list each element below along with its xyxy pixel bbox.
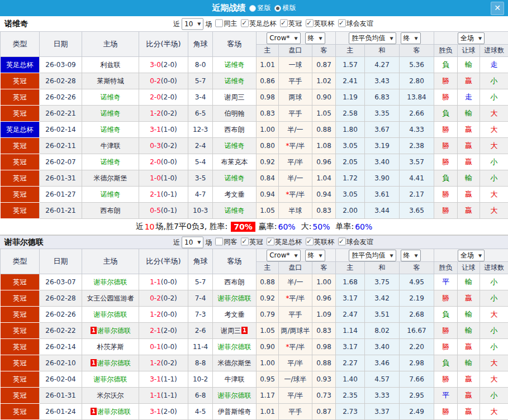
away-team-cell: 谢菲尔德联 <box>213 339 257 355</box>
eu-away-odds-cell: 7.66 <box>400 371 434 388</box>
away-team-name: 诺维奇 <box>225 207 245 214</box>
scope-select[interactable]: 全场▼ <box>458 250 485 261</box>
handicap-cell: 平/半 <box>279 355 312 371</box>
ah-result-cell: 贏 <box>458 138 480 154</box>
eu-home-odds-cell: 1.80 <box>336 122 365 138</box>
away-team-name: 谢菲尔德联 <box>218 294 251 302</box>
date-cell: 26-02-11 <box>40 138 82 154</box>
bookmaker-select[interactable]: Crow*▼ <box>267 250 300 261</box>
date-cell: 26-02-26 <box>40 89 82 106</box>
wdl-result-cell: 勝 <box>434 89 458 106</box>
eu-draw-odds-cell: 3.75 <box>365 274 400 290</box>
league-filter-checkbox[interactable]: ✓ 英冠 <box>241 237 263 246</box>
checkbox-icon: ✓ <box>241 20 249 27</box>
chevron-down-icon: ▼ <box>478 36 482 40</box>
league-filter-checkbox[interactable]: ✓ 球会友谊 <box>338 237 373 246</box>
layout-radio-vertical[interactable]: 竖版 <box>249 3 271 13</box>
scope-select[interactable]: 全场▼ <box>458 32 485 44</box>
bookmaker-select[interactable]: Crow*▼ <box>267 32 300 44</box>
match-count-select[interactable]: 10 ▼ <box>182 18 203 30</box>
league-filter-checkbox[interactable]: ✓ 英联杯 <box>306 237 334 246</box>
league-badge: 英冠 <box>1 340 40 355</box>
league-badge: 英冠 <box>1 74 40 89</box>
league-filter-checkbox[interactable]: ✓ 同主 <box>215 18 237 28</box>
eu-away-odds-cell: 2.20 <box>400 339 434 355</box>
league-badge: 英足总杯 <box>1 58 40 73</box>
corner-cell: 11-4 <box>188 339 213 355</box>
check-icon: ✓ <box>339 19 344 27</box>
match-count-select[interactable]: 10 ▼ <box>182 236 203 248</box>
match-row: 英冠 26-03-07 谢菲尔德联 1-1(0-0) 5-7 西布朗 0.88 … <box>1 274 508 290</box>
ah-home-odds-cell: 0.94 <box>257 187 279 203</box>
date-cell: 26-02-26 <box>40 307 82 323</box>
match-row: 英足总杯 26-03-09 利兹联 3-0(2-0) 8-0 诺维奇 1.01 … <box>1 57 508 73</box>
avg-odds-select[interactable]: 胜平负均值▼ <box>349 250 396 261</box>
close-icon[interactable]: ✕ <box>491 2 504 15</box>
league-filter-checkbox[interactable]: ✓ 英足总杯 <box>241 18 276 28</box>
avg-final-select[interactable]: 终▼ <box>401 250 421 261</box>
league-filter-checkbox[interactable]: ✓ 球会友谊 <box>338 18 373 28</box>
league-filter-checkbox[interactable]: ✓ 同客 <box>215 237 237 246</box>
ah-result-cell: 贏 <box>458 154 480 170</box>
ah-away-odds-cell: 0.83 <box>312 323 336 339</box>
home-team-cell: 1谢菲尔德联 <box>82 355 139 371</box>
checkbox-icon: ✓ <box>215 20 223 27</box>
eu-away-odds-cell: 5.36 <box>400 57 434 73</box>
ah-away-odds-cell: 0.90 <box>312 89 336 106</box>
ah-home-odds-cell: 0.90 <box>257 339 279 355</box>
ah-result-cell: 輸 <box>458 307 480 323</box>
eu-draw-odds-cell: 3.44 <box>365 203 400 219</box>
away-team-cell: 伯明翰 <box>213 106 257 122</box>
col-corner: 角球 <box>188 249 213 274</box>
handicap-cell: *平/半 <box>279 290 312 307</box>
checkbox-icon: ✓ <box>306 20 314 27</box>
home-team-cell: 朴茨茅斯 <box>82 339 139 355</box>
ah-away-odds-cell: 0.96 <box>312 290 336 307</box>
eu-home-odds-cell: 2.27 <box>336 355 365 371</box>
league-filter-checkbox[interactable]: ✓ 英足总杯 <box>267 237 302 246</box>
home-team-cell: 谢菲尔德联 <box>82 307 139 323</box>
wdl-result-cell: 勝 <box>434 339 458 355</box>
home-team-cell: 谢菲尔德联 <box>82 274 139 290</box>
subcol-eu-away: 客 <box>400 45 434 57</box>
league-filter-checkbox[interactable]: ✓ 英冠 <box>280 18 302 28</box>
avg-final-select[interactable]: 终▼ <box>401 32 421 44</box>
away-team-name: 诺维奇 <box>225 61 245 69</box>
ah-home-odds-cell: 1.00 <box>257 355 279 371</box>
away-team-name: 诺维奇 <box>225 77 245 85</box>
red-card-badge: 1 <box>91 408 97 415</box>
chevron-down-icon: ▼ <box>478 253 482 257</box>
ah-result-cell: 輸 <box>458 355 480 371</box>
wdl-result-cell: 勝 <box>434 187 458 203</box>
ah-away-odds-cell: 1.08 <box>312 138 336 154</box>
games-label: 场 <box>205 19 212 28</box>
date-cell: 26-02-22 <box>40 323 82 339</box>
date-cell: 26-01-31 <box>40 170 82 187</box>
ah-home-odds-cell: 1.05 <box>257 323 279 339</box>
chevron-down-icon: ▼ <box>294 36 297 40</box>
layout-radio-horizontal[interactable]: 横版 <box>274 3 296 13</box>
goals-result-cell: 小 <box>480 290 508 307</box>
col-score: 比分(半场) <box>139 249 188 274</box>
odds-final-select[interactable]: 终▼ <box>305 250 325 261</box>
col-corner: 角球 <box>188 32 213 57</box>
odds-final-select[interactable]: 终▼ <box>305 32 325 44</box>
match-table-1: 类型 日期 主场 比分(半场) 角球 客场 Crow*▼ 终▼ 胜平负均值▼ 终… <box>0 31 508 219</box>
checkbox-label: 英冠 <box>249 237 263 246</box>
away-team-cell: 米德尔斯堡 <box>213 355 257 371</box>
league-filter-checkbox[interactable]: ✓ 英联杯 <box>306 18 334 28</box>
wdl-result-cell: 勝 <box>434 404 458 420</box>
avg-odds-select[interactable]: 胜平负均值▼ <box>349 32 396 44</box>
away-team-name: 谢菲尔德联 <box>218 392 251 399</box>
chevron-down-icon: ▼ <box>197 21 201 26</box>
corner-cell: 7-3 <box>188 307 213 323</box>
ah-result-cell: 贏 <box>458 122 480 138</box>
ah-result-cell: 贏 <box>458 187 480 203</box>
filter-controls: 近 10 ▼ 场 ✓ 同主 ✓ 英足总杯 ✓ 英冠 ✓ 英联杯 <box>173 18 373 30</box>
eu-draw-odds-cell: 3.61 <box>365 187 400 203</box>
match-table-2: 类型 日期 主场 比分(半场) 角球 客场 Crow*▼ 终▼ 胜平负均值▼ 终… <box>0 249 508 420</box>
goals-result-cell: 走 <box>480 57 508 73</box>
ah-result-cell: 輸 <box>458 323 480 339</box>
subcol-handicap: 盘口 <box>279 262 312 274</box>
subcol-eu-draw: 和 <box>365 45 400 57</box>
